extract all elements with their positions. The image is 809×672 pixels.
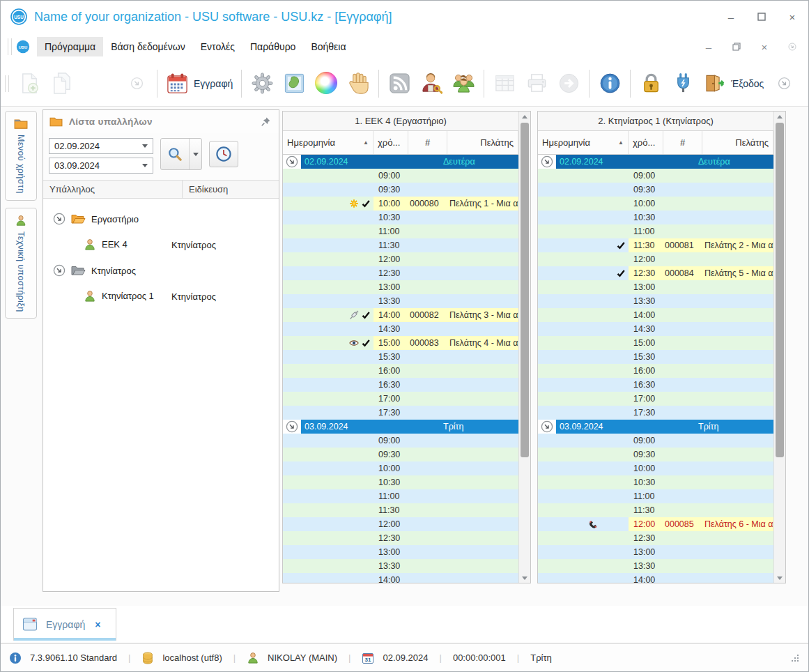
side-tab-2[interactable]: Τεχνική υποστήριξη [5, 208, 37, 319]
time-slot-row[interactable]: 15:30 [538, 350, 773, 364]
time-slot-row[interactable]: 12:30 [283, 531, 518, 545]
scroll-up-arrow[interactable] [519, 112, 530, 121]
column-header-date[interactable]: Ημερομηνία▲ [538, 131, 629, 154]
menu-item-5[interactable]: Βοήθεια [303, 37, 353, 56]
news-feed-button[interactable] [383, 65, 415, 102]
time-slot-row[interactable]: 11:30 [283, 503, 518, 517]
tab-record[interactable]: Εγγραφή × [13, 608, 116, 641]
day-group-row[interactable]: 02.09.2024Δευτέρα [538, 155, 773, 169]
time-slot-row[interactable]: 10:30 [538, 211, 773, 224]
time-slot-row[interactable]: 17:00 [538, 392, 773, 406]
time-slot-row[interactable]: 10:30 [538, 475, 773, 489]
time-slot-row[interactable]: 11:30 [538, 503, 773, 517]
settings-button[interactable] [246, 65, 278, 102]
overflow-right-button[interactable] [768, 65, 800, 102]
time-slot-row[interactable]: 09:00 [283, 434, 518, 448]
column-header-number[interactable]: # [663, 131, 702, 154]
time-slot-row[interactable]: 09:00 [538, 169, 773, 183]
minimize-button[interactable]: – [725, 11, 737, 23]
expander-icon[interactable] [286, 420, 298, 433]
time-slot-row[interactable]: 16:00 [538, 364, 773, 378]
mdi-restore-button[interactable] [730, 41, 743, 53]
menu-item-1[interactable]: Πρόγραμμα [37, 37, 103, 56]
time-slot-row[interactable]: 15:00 [538, 336, 773, 350]
scroll-up-arrow[interactable] [774, 112, 785, 121]
date-to-select[interactable]: 03.09.2024 [49, 158, 153, 174]
lock-button[interactable] [635, 65, 667, 102]
time-slot-row[interactable]: 16:30 [538, 378, 773, 392]
map-button[interactable] [278, 65, 310, 102]
time-slot-row[interactable]: 10:00 [538, 197, 773, 211]
column-header-number[interactable]: # [408, 131, 447, 154]
date-from-select[interactable]: 02.09.2024 [49, 138, 153, 154]
menu-item-4[interactable]: Παράθυρο [242, 37, 303, 56]
time-slot-row[interactable]: 10:00 [538, 461, 773, 475]
expander-icon[interactable] [53, 264, 66, 277]
column-header-time[interactable]: χρό... [373, 131, 408, 154]
mdi-overflow-button[interactable] [786, 41, 799, 53]
time-slot-row[interactable]: 14:30 [538, 322, 773, 336]
time-slot-row[interactable]: 12:00000085Πελάτης 6 - Μια α [538, 517, 773, 531]
time-slot-row[interactable]: 11:00 [538, 489, 773, 503]
appearance-button[interactable] [310, 65, 342, 102]
time-slot-row[interactable]: 14:00 [283, 573, 518, 583]
search-dropdown[interactable] [189, 138, 201, 170]
clock-button[interactable] [209, 141, 238, 167]
toolbar-grip[interactable] [5, 75, 9, 92]
time-slot-row[interactable]: 11:30000081Πελάτης 2 - Μια α [538, 238, 773, 252]
time-slot-row[interactable]: 16:00 [283, 364, 518, 378]
expander-icon[interactable] [541, 420, 553, 433]
time-slot-row[interactable]: 11:00 [538, 224, 773, 238]
day-group-row[interactable]: 03.09.2024Τρίτη [283, 420, 518, 434]
tree-group-row[interactable]: Εργαστήριο [43, 207, 279, 231]
resize-grip[interactable] [790, 653, 800, 663]
time-slot-row[interactable]: 09:30 [538, 448, 773, 461]
maximize-button[interactable] [755, 11, 768, 23]
mdi-minimize-button[interactable]: – [702, 41, 715, 53]
time-slot-row[interactable]: 12:30000084Πελάτης 5 - Μια α [538, 266, 773, 280]
time-slot-row[interactable]: 11:00 [283, 489, 518, 503]
time-slot-row[interactable]: 13:30 [538, 559, 773, 573]
pin-icon[interactable] [259, 116, 272, 127]
time-slot-row[interactable]: 14:00 [538, 573, 773, 583]
time-slot-row[interactable]: 12:30 [283, 266, 518, 280]
day-group-row[interactable]: 03.09.2024Τρίτη [538, 420, 773, 434]
menu-item-2[interactable]: Βάση δεδομένων [103, 37, 193, 56]
vertical-scrollbar[interactable] [518, 112, 530, 583]
time-slot-row[interactable]: 09:30 [283, 448, 518, 461]
scroll-down-arrow[interactable] [774, 573, 785, 583]
time-slot-row[interactable]: 13:00 [538, 545, 773, 559]
time-slot-row[interactable]: 17:30 [283, 406, 518, 420]
user-access-button[interactable] [415, 65, 447, 102]
time-slot-row[interactable]: 10:30 [283, 211, 518, 224]
time-slot-row[interactable]: 10:00000080Πελάτης 1 - Μια α [283, 197, 518, 211]
day-group-row[interactable]: 02.09.2024Δευτέρα [283, 155, 518, 169]
time-slot-row[interactable]: 12:00 [283, 517, 518, 531]
tree-employee-row[interactable]: Κτηνίατρος 1Κτηνίατρος [43, 282, 279, 310]
column-header-client[interactable]: Πελάτης [702, 131, 773, 154]
time-slot-row[interactable]: 15:30 [283, 350, 518, 364]
time-slot-row[interactable]: 13:30 [538, 294, 773, 308]
time-slot-row[interactable]: 13:00 [283, 545, 518, 559]
time-slot-row[interactable]: 12:00 [283, 252, 518, 266]
scroll-down-arrow[interactable] [519, 573, 530, 583]
time-slot-row[interactable]: 14:00 [538, 308, 773, 322]
time-slot-row[interactable]: 09:00 [283, 169, 518, 183]
column-header-client[interactable]: Πελάτης [447, 131, 518, 154]
close-button[interactable]: × [786, 11, 799, 23]
column-header-employee[interactable]: Υπάλληλος [43, 181, 183, 198]
side-tab-1[interactable]: Μενού χρήστη [5, 111, 37, 201]
time-slot-row[interactable]: 13:00 [538, 280, 773, 294]
time-slot-row[interactable]: 09:30 [538, 183, 773, 197]
column-header-date[interactable]: Ημερομηνία▲ [283, 131, 373, 154]
record-button[interactable]: Εγγραφή [162, 65, 237, 102]
about-button[interactable] [594, 65, 626, 102]
expander-icon[interactable] [53, 213, 66, 225]
time-slot-row[interactable]: 14:00000082Πελάτης 3 - Μια α [283, 308, 518, 322]
time-slot-row[interactable]: 17:30 [538, 406, 773, 420]
employees-button[interactable] [447, 65, 479, 102]
column-header-specialty[interactable]: Ειδίκευση [183, 184, 228, 194]
time-slot-row[interactable]: 10:00 [283, 461, 518, 475]
time-slot-row[interactable]: 12:00 [538, 252, 773, 266]
time-slot-row[interactable]: 13:30 [283, 559, 518, 573]
